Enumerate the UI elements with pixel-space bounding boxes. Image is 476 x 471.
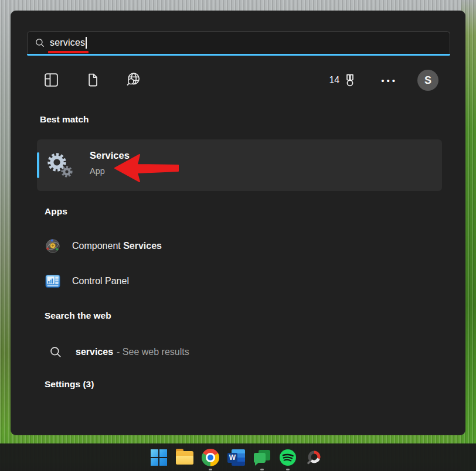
apps-filter-icon[interactable] [43,70,60,90]
rewards-medal-icon [342,73,358,88]
running-indicator [260,469,264,470]
running-indicator [286,469,290,470]
web-result-label: services- See web results [76,347,189,357]
search-input[interactable]: services [27,31,450,54]
documents-filter-icon[interactable] [84,70,101,90]
file-explorer-button[interactable] [176,449,193,466]
more-options-button[interactable]: ••• [381,76,397,86]
services-gears-icon [46,151,74,179]
web-filter-icon[interactable] [125,70,142,90]
best-match-app-name: Services [90,150,130,161]
search-toolbar: 14 ••• S [11,70,466,93]
control-panel-icon [45,273,61,289]
result-control-panel[interactable]: Control Panel [45,272,129,290]
annotation-red-underline [48,51,89,53]
filter-icon-row [43,70,142,90]
component-services-icon [45,238,61,254]
user-avatar[interactable]: S [417,70,438,91]
result-label: Control Panel [72,276,129,286]
google-chat-button[interactable] [253,449,271,466]
word-button[interactable]: W [227,449,245,466]
spotify-icon [279,449,297,466]
folder-icon [176,451,193,465]
windows-logo-icon [151,449,167,466]
chrome-icon [202,449,219,466]
color-ring-icon [305,449,322,466]
toolbar-right-cluster: 14 ••• S [329,70,438,91]
spotify-button[interactable] [279,449,297,466]
settings-section-header: Settings (3) [45,379,94,390]
search-flyout-panel: services [11,11,465,435]
search-query-text: services [50,37,85,48]
selection-accent-bar [37,152,39,178]
web-search-magnifier-icon [49,346,63,359]
search-icon [35,37,45,48]
running-indicator [209,469,212,470]
text-caret [86,37,87,49]
apps-section-header: Apps [45,206,67,217]
word-icon: W [227,449,245,466]
best-match-app-type: App [90,166,105,176]
taskbar: W [0,443,476,471]
web-section-header: Search the web [45,310,111,321]
chrome-button[interactable] [202,449,219,466]
start-button[interactable] [150,449,168,466]
rewards-count: 14 [329,75,339,86]
result-label: Component Services [72,241,162,251]
result-web-search[interactable]: services- See web results [47,343,189,361]
result-component-services[interactable]: Component Services [45,237,162,255]
color-ring-button[interactable] [305,449,322,466]
taskbar-icon-group: W [150,449,322,466]
best-match-result-services[interactable]: Services App [37,139,442,191]
best-match-header: Best match [40,114,89,125]
google-chat-icon [253,449,271,466]
rewards-button[interactable]: 14 [329,73,358,88]
